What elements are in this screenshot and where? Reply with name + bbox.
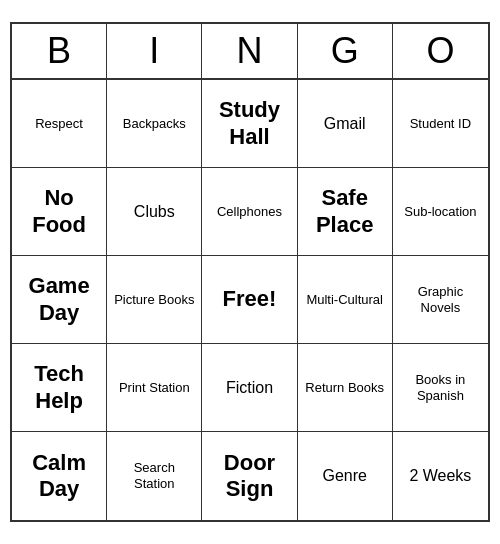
bingo-cell: No Food <box>12 168 107 256</box>
bingo-cell: Search Station <box>107 432 202 520</box>
bingo-cell: Genre <box>298 432 393 520</box>
bingo-cell: Calm Day <box>12 432 107 520</box>
header-letter: O <box>393 24 488 78</box>
bingo-cell: Game Day <box>12 256 107 344</box>
bingo-cell: Cellphones <box>202 168 297 256</box>
cell-text: Calm Day <box>18 450 100 503</box>
bingo-cell: Fiction <box>202 344 297 432</box>
cell-text: 2 Weeks <box>409 466 471 485</box>
bingo-cell: Graphic Novels <box>393 256 488 344</box>
bingo-cell: Sub-location <box>393 168 488 256</box>
cell-text: Respect <box>35 116 83 132</box>
bingo-cell: Clubs <box>107 168 202 256</box>
cell-text: Gmail <box>324 114 366 133</box>
cell-text: Clubs <box>134 202 175 221</box>
bingo-cell: Study Hall <box>202 80 297 168</box>
cell-text: Cellphones <box>217 204 282 220</box>
cell-text: Print Station <box>119 380 190 396</box>
bingo-cell: Multi-Cultural <box>298 256 393 344</box>
header-letter: G <box>298 24 393 78</box>
cell-text: Game Day <box>18 273 100 326</box>
bingo-cell: Door Sign <box>202 432 297 520</box>
bingo-cell: Safe Place <box>298 168 393 256</box>
cell-text: Picture Books <box>114 292 194 308</box>
bingo-cell: Respect <box>12 80 107 168</box>
cell-text: Study Hall <box>208 97 290 150</box>
cell-text: Graphic Novels <box>399 284 482 315</box>
header-letter: N <box>202 24 297 78</box>
cell-text: Multi-Cultural <box>306 292 383 308</box>
bingo-header: BINGO <box>12 24 488 80</box>
cell-text: Genre <box>322 466 366 485</box>
bingo-cell: Books in Spanish <box>393 344 488 432</box>
bingo-cell: Free! <box>202 256 297 344</box>
bingo-cell: Tech Help <box>12 344 107 432</box>
cell-text: Door Sign <box>208 450 290 503</box>
bingo-cell: Return Books <box>298 344 393 432</box>
cell-text: Return Books <box>305 380 384 396</box>
cell-text: No Food <box>18 185 100 238</box>
bingo-grid: RespectBackpacksStudy HallGmailStudent I… <box>12 80 488 520</box>
bingo-card: BINGO RespectBackpacksStudy HallGmailStu… <box>10 22 490 522</box>
cell-text: Student ID <box>410 116 471 132</box>
bingo-cell: Backpacks <box>107 80 202 168</box>
bingo-cell: Student ID <box>393 80 488 168</box>
header-letter: I <box>107 24 202 78</box>
bingo-cell: Print Station <box>107 344 202 432</box>
cell-text: Search Station <box>113 460 195 491</box>
header-letter: B <box>12 24 107 78</box>
cell-text: Fiction <box>226 378 273 397</box>
cell-text: Books in Spanish <box>399 372 482 403</box>
cell-text: Tech Help <box>18 361 100 414</box>
cell-text: Free! <box>223 286 277 312</box>
bingo-cell: Gmail <box>298 80 393 168</box>
cell-text: Sub-location <box>404 204 476 220</box>
cell-text: Backpacks <box>123 116 186 132</box>
bingo-cell: 2 Weeks <box>393 432 488 520</box>
bingo-cell: Picture Books <box>107 256 202 344</box>
cell-text: Safe Place <box>304 185 386 238</box>
